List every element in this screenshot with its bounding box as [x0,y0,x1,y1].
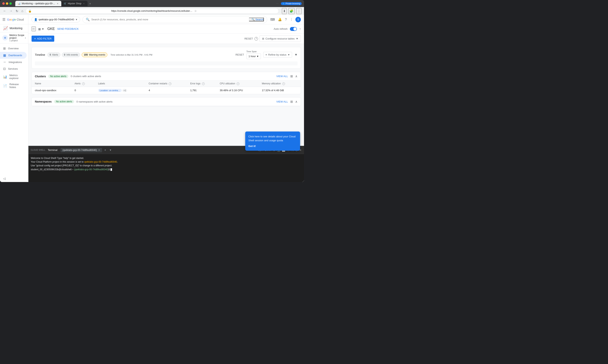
auto-refresh-toggle[interactable] [290,27,297,31]
shell-tab[interactable]: (qwiklabs-gcp-00-74d8fea90040) ✕ [61,148,102,152]
timeline-title: Timeline [35,53,45,56]
minimize-button[interactable] [6,2,8,5]
monitoring-title: Monitoring [10,27,22,30]
sidebar-item-metrics-explorer[interactable]: 📊 Metrics explorer [0,72,27,81]
extensions-icon[interactable]: 🧩 [288,8,295,14]
timeline-expand-icon[interactable]: ▼ [294,53,297,57]
add-tab-icon[interactable]: + [104,148,107,153]
search-input[interactable] [91,18,247,21]
shell-body[interactable]: Welcome to Cloud Shell! Type "help" to g… [28,154,304,182]
col-cpu: CPU utilization ? [217,81,259,87]
configure-tables-button[interactable]: ⊞ Configure resource tables ▼ [259,35,301,42]
user-avatar[interactable]: S [295,17,301,22]
address-bar[interactable]: 🔒 https://console.cloud.google.com/monit… [26,8,279,14]
timeline-chart [35,62,297,65]
timeline-reset-button[interactable]: RESET [235,53,244,56]
menu-icon[interactable]: ⋮ [296,8,302,14]
table-row[interactable]: cloud-ops-sandbox 0 Location: us-centra…… [32,87,301,94]
maximize-button[interactable] [9,2,12,5]
send-feedback-link[interactable]: SEND FEEDBACK [57,27,79,30]
sidebar-item-services[interactable]: ⊡ Services [0,65,27,72]
project-name: qwiklabs-gcp-00-74d8fea90040 [39,18,74,21]
bookmark-icon[interactable]: ☆ [194,9,276,13]
time-span-value: 1 hour [249,55,256,58]
notifications-icon[interactable]: 🔔 [277,17,283,22]
add-filter-label: ADD FILTER [37,37,52,40]
cloud-shell-label: CLOUD SHELL [31,149,45,151]
clusters-grid-icon[interactable]: ⊞ [290,74,293,78]
tab-close-hipster[interactable]: ✕ [82,2,85,5]
search-icon: 🔍 [86,18,90,21]
sidebar-item-overview[interactable]: ⊞ Overview [0,45,27,52]
time-span-group: Time Span 1 hour ▼ [246,50,261,59]
help-icon[interactable]: ? [284,17,287,22]
namespaces-count: 0 namespaces with active alerts [76,100,112,103]
close-button[interactable] [2,2,5,5]
gcp-nav-icons: ⌨ 🔔 ? ⋮ S [270,17,301,22]
cell-restarts: 4 [146,87,187,94]
search-button[interactable]: 🔍 Search [249,18,264,21]
error-logs-help-icon[interactable]: ? [202,82,205,85]
configure-icon: ⊞ [262,37,264,40]
downloads-icon[interactable]: ⬇ [282,8,287,14]
more-options-icon[interactable]: ⋮ [289,17,294,22]
restarts-help-icon[interactable]: ? [169,82,171,85]
sidebar-item-release-notes[interactable]: 📄 Release Notes [0,81,27,90]
info-events-count: 0 [64,53,66,56]
namespaces-section: Namespaces No active alerts 0 namespaces… [31,97,301,106]
back-button[interactable]: ← [31,26,36,31]
metrics-scope-section[interactable]: ⊞ Metrics Scope project 1 project › [0,32,28,43]
refine-chevron-icon: ▼ [287,53,290,56]
clusters-collapse-icon[interactable]: ∧ [295,74,297,78]
dashboard-selector[interactable]: ▦ ▼ [38,27,44,30]
cloud-shell-tooltip: Click here to see details about your Clo… [245,131,300,151]
collapse-sidebar-button[interactable]: ◁ [0,175,28,182]
back-button[interactable]: ← [2,8,7,13]
refine-by-status-button[interactable]: ≡ Refine by status ▼ [263,52,292,58]
time-span-select[interactable]: 1 hour ▼ [246,53,261,59]
help-circle-icon[interactable]: ? [255,37,258,40]
tab-close-monitoring[interactable]: ✕ [56,2,59,5]
new-tab-button[interactable]: + [88,1,93,6]
hamburger-menu-icon[interactable]: ☰ [2,17,5,22]
nav-bar: ← → ↻ ⌂ 🔒 https://console.cloud.google.c… [0,7,304,15]
info-events-label: Info events [67,53,78,56]
alerts-badge: 0 Alerts [47,52,60,57]
memory-help-icon[interactable]: ? [282,82,285,85]
col-error-logs: Error logs ? [187,81,216,87]
forward-button[interactable]: → [9,8,13,13]
add-filter-button[interactable]: ≡ ADD FILTER [31,36,54,42]
metrics-scope-expand-icon: › [25,36,26,39]
cpu-help-icon[interactable]: ? [237,82,239,85]
window-controls[interactable]: ⋯ [275,1,279,6]
alerts-label: Alerts [52,53,58,56]
reset-button[interactable]: RESET [244,37,253,40]
clusters-view-all-link[interactable]: VIEW ALL [276,75,288,78]
home-button[interactable]: ⌂ [21,8,24,13]
search-bar[interactable]: 🔍 🔍 Search [82,16,267,23]
alerts-help-icon[interactable]: ? [82,82,85,85]
shell-tab-close-icon[interactable]: ✕ [98,149,100,152]
project-selector[interactable]: 👤 qwiklabs-gcp-00-74d8fea90040 ▼ [31,17,80,23]
terminal-icon[interactable]: ⌨ [270,17,276,22]
cloud-shell-panel: CLOUD SHELL Terminal (qwiklabs-gcp-00-74… [28,146,304,182]
sidebar-item-integrations[interactable]: ↔ Integrations [0,59,27,65]
tab-monitoring[interactable]: 📊 Monitoring – qwiklabs-gcp-00-... ✕ [15,1,61,6]
auto-refresh-label: Auto refresh [274,27,287,30]
tab-label: Monitoring – qwiklabs-gcp-00-... [22,2,55,5]
namespaces-view-all-link[interactable]: VIEW ALL [276,100,288,103]
monitoring-icon: 📈 [3,26,8,30]
gcp-topnav: 👤 qwiklabs-gcp-00-74d8fea90040 ▼ 🔍 🔍 Sea… [28,15,304,24]
collapse-panel-icon[interactable]: ↑ [299,27,301,31]
col-alerts: Alerts ? [71,81,95,87]
tab-dropdown-icon[interactable]: ▼ [108,148,112,152]
reload-button[interactable]: ↻ [15,8,19,14]
namespaces-collapse-icon[interactable]: ∧ [295,100,297,104]
tab-hipster[interactable]: 🛒 Hipster Shop ✕ [61,1,88,6]
shell-line-1: Welcome to Cloud Shell! Type "help" to g… [31,156,302,160]
dashboards-icon: ▦ [3,53,6,57]
search-button-icon: 🔍 [252,18,255,21]
tooltip-got-it-button[interactable]: Got it! [248,145,297,148]
sidebar-item-dashboards[interactable]: ▦ Dashboards [0,52,27,59]
namespaces-grid-icon[interactable]: ⊞ [290,100,293,104]
